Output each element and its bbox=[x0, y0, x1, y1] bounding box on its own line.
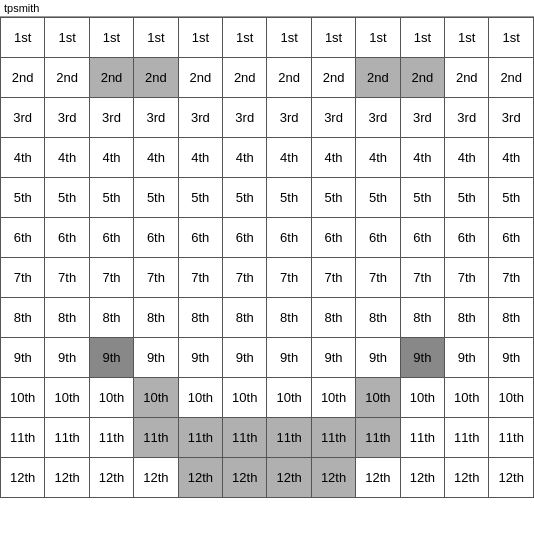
table-cell: 7th bbox=[89, 258, 133, 298]
table-cell: 5th bbox=[267, 178, 311, 218]
table-cell: 10th bbox=[356, 378, 400, 418]
table-row: 12th12th12th12th12th12th12th12th12th12th… bbox=[1, 458, 534, 498]
table-cell: 5th bbox=[45, 178, 89, 218]
table-cell: 12th bbox=[445, 458, 489, 498]
table-cell: 11th bbox=[311, 418, 355, 458]
table-cell: 11th bbox=[1, 418, 45, 458]
table-cell: 11th bbox=[267, 418, 311, 458]
table-cell: 8th bbox=[445, 298, 489, 338]
table-cell: 10th bbox=[445, 378, 489, 418]
table-cell: 10th bbox=[400, 378, 444, 418]
table-cell: 3rd bbox=[267, 98, 311, 138]
table-cell: 12th bbox=[178, 458, 222, 498]
table-cell: 3rd bbox=[89, 98, 133, 138]
table-cell: 12th bbox=[267, 458, 311, 498]
table-cell: 4th bbox=[445, 138, 489, 178]
table-cell: 7th bbox=[489, 258, 534, 298]
table-cell: 11th bbox=[400, 418, 444, 458]
table-cell: 12th bbox=[45, 458, 89, 498]
table-row: 6th6th6th6th6th6th6th6th6th6th6th6th bbox=[1, 218, 534, 258]
table-cell: 8th bbox=[267, 298, 311, 338]
table-cell: 1st bbox=[489, 18, 534, 58]
table-row: 5th5th5th5th5th5th5th5th5th5th5th5th bbox=[1, 178, 534, 218]
table-cell: 11th bbox=[178, 418, 222, 458]
table-cell: 8th bbox=[45, 298, 89, 338]
table-cell: 9th bbox=[134, 338, 178, 378]
table-cell: 5th bbox=[356, 178, 400, 218]
table-cell: 2nd bbox=[400, 58, 444, 98]
table-cell: 7th bbox=[1, 258, 45, 298]
table-cell: 5th bbox=[489, 178, 534, 218]
table-cell: 9th bbox=[1, 338, 45, 378]
table-row: 4th4th4th4th4th4th4th4th4th4th4th4th bbox=[1, 138, 534, 178]
table-cell: 7th bbox=[400, 258, 444, 298]
table-cell: 3rd bbox=[134, 98, 178, 138]
app-title: tpsmith bbox=[4, 2, 39, 14]
table-cell: 12th bbox=[489, 458, 534, 498]
table-cell: 10th bbox=[311, 378, 355, 418]
table-row: 2nd2nd2nd2nd2nd2nd2nd2nd2nd2nd2nd2nd bbox=[1, 58, 534, 98]
table-cell: 4th bbox=[223, 138, 267, 178]
table-cell: 2nd bbox=[134, 58, 178, 98]
table-cell: 2nd bbox=[489, 58, 534, 98]
table-cell: 4th bbox=[267, 138, 311, 178]
table-cell: 12th bbox=[223, 458, 267, 498]
table-cell: 12th bbox=[400, 458, 444, 498]
table-cell: 9th bbox=[356, 338, 400, 378]
table-cell: 6th bbox=[400, 218, 444, 258]
table-cell: 6th bbox=[445, 218, 489, 258]
table-cell: 7th bbox=[311, 258, 355, 298]
table-cell: 1st bbox=[134, 18, 178, 58]
table-cell: 7th bbox=[445, 258, 489, 298]
table-cell: 9th bbox=[445, 338, 489, 378]
table-cell: 7th bbox=[267, 258, 311, 298]
table-cell: 12th bbox=[89, 458, 133, 498]
table-cell: 3rd bbox=[400, 98, 444, 138]
table-cell: 5th bbox=[1, 178, 45, 218]
table-cell: 6th bbox=[1, 218, 45, 258]
table-cell: 3rd bbox=[45, 98, 89, 138]
table-cell: 9th bbox=[267, 338, 311, 378]
table-cell: 4th bbox=[178, 138, 222, 178]
table-cell: 1st bbox=[400, 18, 444, 58]
table-cell: 6th bbox=[356, 218, 400, 258]
table-row: 10th10th10th10th10th10th10th10th10th10th… bbox=[1, 378, 534, 418]
table-cell: 2nd bbox=[45, 58, 89, 98]
table-cell: 6th bbox=[489, 218, 534, 258]
table-cell: 11th bbox=[89, 418, 133, 458]
table-cell: 6th bbox=[45, 218, 89, 258]
table-cell: 10th bbox=[1, 378, 45, 418]
table-cell: 5th bbox=[445, 178, 489, 218]
table-cell: 10th bbox=[45, 378, 89, 418]
table-cell: 1st bbox=[45, 18, 89, 58]
table-cell: 7th bbox=[178, 258, 222, 298]
title-bar: tpsmith bbox=[0, 0, 534, 17]
table-cell: 12th bbox=[1, 458, 45, 498]
table-cell: 11th bbox=[356, 418, 400, 458]
table-row: 8th8th8th8th8th8th8th8th8th8th8th8th bbox=[1, 298, 534, 338]
table-cell: 5th bbox=[223, 178, 267, 218]
table-cell: 1st bbox=[89, 18, 133, 58]
table-cell: 7th bbox=[356, 258, 400, 298]
table-cell: 2nd bbox=[1, 58, 45, 98]
table-cell: 12th bbox=[134, 458, 178, 498]
table-cell: 2nd bbox=[267, 58, 311, 98]
table-cell: 3rd bbox=[489, 98, 534, 138]
table-cell: 12th bbox=[356, 458, 400, 498]
table-cell: 5th bbox=[400, 178, 444, 218]
table-cell: 9th bbox=[311, 338, 355, 378]
table-cell: 10th bbox=[267, 378, 311, 418]
table-cell: 2nd bbox=[311, 58, 355, 98]
table-cell: 2nd bbox=[89, 58, 133, 98]
table-cell: 9th bbox=[45, 338, 89, 378]
table-cell: 6th bbox=[311, 218, 355, 258]
table-row: 7th7th7th7th7th7th7th7th7th7th7th7th bbox=[1, 258, 534, 298]
table-cell: 5th bbox=[134, 178, 178, 218]
table-cell: 10th bbox=[223, 378, 267, 418]
table-cell: 1st bbox=[1, 18, 45, 58]
table-cell: 5th bbox=[311, 178, 355, 218]
table-cell: 3rd bbox=[223, 98, 267, 138]
table-cell: 8th bbox=[1, 298, 45, 338]
table-cell: 4th bbox=[134, 138, 178, 178]
table-cell: 3rd bbox=[311, 98, 355, 138]
